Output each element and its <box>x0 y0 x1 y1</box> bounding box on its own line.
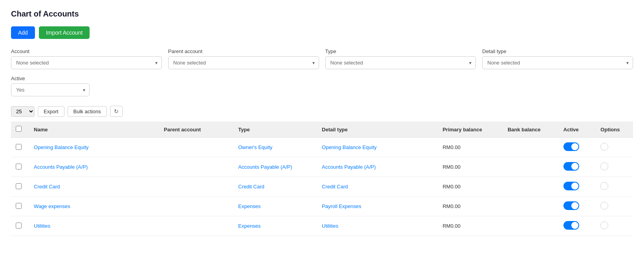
parent-account-label: Parent account <box>168 48 319 54</box>
header-checkbox-cell <box>11 122 29 138</box>
type-select[interactable]: None selected <box>326 57 476 69</box>
toolbar: Add Import Account <box>11 26 633 39</box>
parent-account-select-wrapper[interactable]: None selected ▾ <box>168 56 319 69</box>
select-all-checkbox[interactable] <box>16 126 22 132</box>
accounts-table: Name Parent account Type Detail type Pri… <box>11 122 633 236</box>
row-checkbox[interactable] <box>16 203 22 209</box>
row-checkbox[interactable] <box>16 144 22 150</box>
filters-row1: Account None selected ▾ Parent account N… <box>11 48 633 69</box>
row-name[interactable]: Credit Card <box>29 177 159 197</box>
import-account-button[interactable]: Import Account <box>39 26 90 39</box>
row-name[interactable]: Accounts Payable (A/P) <box>29 157 159 177</box>
page-title: Chart of Accounts <box>11 9 633 18</box>
row-detail-type[interactable]: Payroll Expenses <box>317 197 438 216</box>
row-active-cell <box>559 157 596 177</box>
row-type[interactable]: Owner's Equity <box>233 138 317 157</box>
account-label: Account <box>11 48 162 54</box>
header-active: Active <box>559 122 596 138</box>
row-checkbox-cell <box>11 157 29 177</box>
active-toggle[interactable] <box>563 201 579 210</box>
detail-type-label: Detail type <box>482 48 633 54</box>
active-select-wrapper[interactable]: Yes No ▾ <box>11 83 90 96</box>
row-checkbox[interactable] <box>16 223 22 228</box>
row-parent-account <box>159 138 233 157</box>
row-checkbox-cell <box>11 197 29 216</box>
row-checkbox[interactable] <box>16 183 22 189</box>
active-label: Active <box>11 76 90 81</box>
row-parent-account <box>159 216 233 236</box>
row-bank-balance <box>503 197 559 216</box>
detail-type-select-wrapper[interactable]: None selected ▾ <box>482 56 633 69</box>
options-circle-icon[interactable] <box>600 202 608 210</box>
row-active-cell <box>559 216 596 236</box>
row-type[interactable]: Expenses <box>233 216 317 236</box>
page-size-select[interactable]: 25 50 100 <box>11 106 35 117</box>
row-type[interactable]: Expenses <box>233 197 317 216</box>
row-active-cell <box>559 138 596 157</box>
row-parent-account <box>159 197 233 216</box>
active-toggle[interactable] <box>563 142 579 151</box>
type-select-wrapper[interactable]: None selected ▾ <box>325 56 476 69</box>
row-checkbox[interactable] <box>16 164 22 170</box>
row-active-cell <box>559 177 596 197</box>
account-filter: Account None selected ▾ <box>11 48 162 69</box>
row-name[interactable]: Opening Balance Equity <box>29 138 159 157</box>
row-primary-balance: RM0.00 <box>438 157 503 177</box>
row-bank-balance <box>503 177 559 197</box>
active-filter: Active Yes No ▾ <box>11 76 90 96</box>
account-select[interactable]: None selected <box>11 57 161 69</box>
table-row: Wage expensesExpensesPayroll ExpensesRM0… <box>11 197 633 216</box>
row-name[interactable]: Wage expenses <box>29 197 159 216</box>
active-toggle[interactable] <box>563 162 579 171</box>
row-options-cell <box>596 138 633 157</box>
header-bank-balance: Bank balance <box>503 122 559 138</box>
row-detail-type[interactable]: Credit Card <box>317 177 438 197</box>
refresh-button[interactable]: ↻ <box>110 106 123 117</box>
row-parent-account <box>159 177 233 197</box>
options-circle-icon[interactable] <box>600 143 608 151</box>
row-checkbox-cell <box>11 216 29 236</box>
row-primary-balance: RM0.00 <box>438 216 503 236</box>
row-options-cell <box>596 197 633 216</box>
type-label: Type <box>325 48 476 54</box>
detail-type-select[interactable]: None selected <box>483 57 633 69</box>
row-primary-balance: RM0.00 <box>438 177 503 197</box>
table-controls: 25 50 100 Export Bulk actions ↻ <box>11 106 633 117</box>
row-bank-balance <box>503 157 559 177</box>
type-filter: Type None selected ▾ <box>325 48 476 69</box>
active-toggle[interactable] <box>563 182 579 190</box>
table-header-row: Name Parent account Type Detail type Pri… <box>11 122 633 138</box>
row-bank-balance <box>503 216 559 236</box>
options-circle-icon[interactable] <box>600 182 608 190</box>
table-row: Accounts Payable (A/P)Accounts Payable (… <box>11 157 633 177</box>
table-row: Opening Balance EquityOwner's EquityOpen… <box>11 138 633 157</box>
header-name: Name <box>29 122 159 138</box>
row-name[interactable]: Utilities <box>29 216 159 236</box>
header-detail-type: Detail type <box>317 122 438 138</box>
row-primary-balance: RM0.00 <box>438 197 503 216</box>
parent-account-select[interactable]: None selected <box>169 57 319 69</box>
account-select-wrapper[interactable]: None selected ▾ <box>11 56 162 69</box>
row-type[interactable]: Credit Card <box>233 177 317 197</box>
row-checkbox-cell <box>11 177 29 197</box>
bulk-actions-button[interactable]: Bulk actions <box>68 106 107 117</box>
row-type[interactable]: Accounts Payable (A/P) <box>233 157 317 177</box>
header-parent-account: Parent account <box>159 122 233 138</box>
row-detail-type[interactable]: Accounts Payable (A/P) <box>317 157 438 177</box>
options-circle-icon[interactable] <box>600 221 608 229</box>
active-select[interactable]: Yes No <box>11 84 89 96</box>
export-button[interactable]: Export <box>38 106 64 117</box>
row-options-cell <box>596 177 633 197</box>
header-type: Type <box>233 122 317 138</box>
add-button[interactable]: Add <box>11 26 35 39</box>
table-row: Credit CardCredit CardCredit CardRM0.00 <box>11 177 633 197</box>
active-toggle[interactable] <box>563 221 579 230</box>
table-row: UtilitiesExpensesUtilitiesRM0.00 <box>11 216 633 236</box>
row-options-cell <box>596 216 633 236</box>
header-options: Options <box>596 122 633 138</box>
options-circle-icon[interactable] <box>600 162 608 170</box>
row-detail-type[interactable]: Opening Balance Equity <box>317 138 438 157</box>
row-primary-balance: RM0.00 <box>438 138 503 157</box>
detail-type-filter: Detail type None selected ▾ <box>482 48 633 69</box>
row-detail-type[interactable]: Utilities <box>317 216 438 236</box>
